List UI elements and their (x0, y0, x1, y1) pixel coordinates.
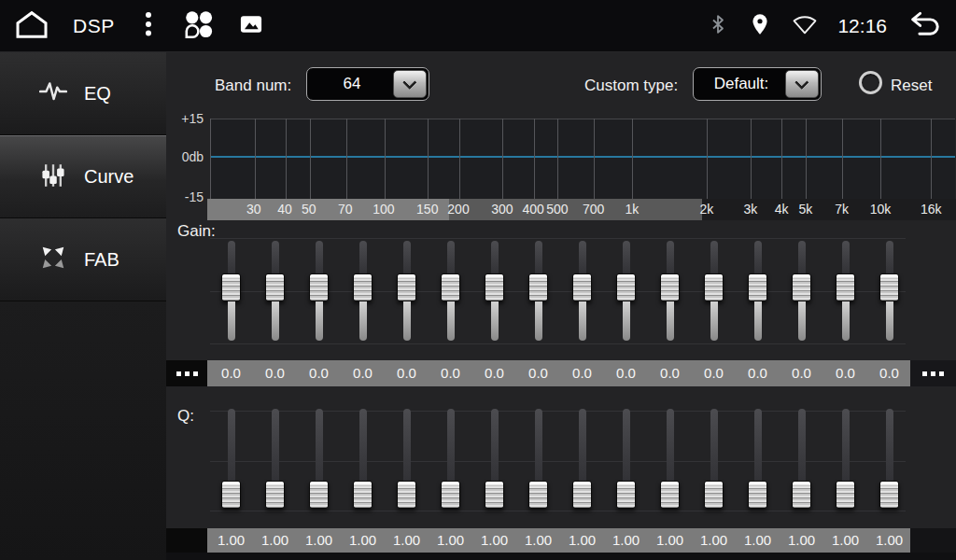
gain-slider-thumb[interactable] (485, 273, 504, 301)
gain-value-7: 0.0 (472, 360, 516, 386)
gain-slider-thumb[interactable] (397, 273, 416, 301)
q-slider-thumb[interactable] (397, 481, 416, 509)
sliders-icon (39, 161, 67, 193)
slider-track (535, 241, 542, 273)
slider-track (579, 241, 586, 273)
q-slider-16[interactable] (867, 409, 911, 509)
sidebar-item-eq[interactable]: EQ (0, 52, 166, 135)
q-slider-12[interactable] (692, 409, 736, 509)
q-slider-thumb[interactable] (528, 481, 548, 509)
slider-track (272, 301, 279, 341)
band-num-label: Band num: (215, 77, 291, 95)
gain-slider-thumb[interactable] (221, 273, 241, 301)
gain-slider-thumb[interactable] (792, 273, 811, 301)
gain-slider-10[interactable] (604, 241, 648, 341)
q-slider-thumb[interactable] (572, 481, 592, 509)
q-slider-10[interactable] (604, 409, 648, 509)
gain-slider-15[interactable] (823, 241, 867, 341)
gain-slider-7[interactable] (472, 241, 516, 341)
q-value-11: 1.00 (648, 528, 692, 553)
gain-value-1: 0.0 (209, 360, 253, 386)
gain-slider-5[interactable] (385, 241, 429, 341)
q-slider-1[interactable] (209, 409, 253, 509)
q-slider-thumb[interactable] (792, 481, 811, 509)
gain-slider-13[interactable] (736, 241, 780, 341)
q-slider-11[interactable] (648, 409, 692, 509)
sidebar-item-fab[interactable]: FAB (0, 218, 166, 301)
gain-slider-thumb[interactable] (836, 273, 855, 301)
freq-tick-label: 700 (583, 199, 604, 220)
gain-slider-thumb[interactable] (353, 273, 373, 301)
q-slider-thumb[interactable] (353, 481, 373, 509)
gain-slider-thumb[interactable] (309, 273, 329, 301)
q-slider-thumb[interactable] (660, 481, 680, 509)
q-slider-thumb[interactable] (879, 481, 899, 509)
q-slider-9[interactable] (560, 409, 604, 509)
q-slider-thumb[interactable] (265, 481, 285, 509)
gain-slider-thumb[interactable] (528, 273, 548, 301)
q-slider-4[interactable] (341, 409, 385, 509)
q-slider-7[interactable] (472, 409, 516, 509)
band-num-select[interactable]: 64 (306, 67, 429, 101)
gain-scroll-left-button[interactable] (166, 360, 207, 386)
eq-curve-plot[interactable] (210, 119, 955, 199)
gain-slider-3[interactable] (297, 241, 341, 341)
y-axis-label-minus15: -15 (166, 189, 204, 204)
gain-slider-9[interactable] (560, 241, 604, 341)
gain-slider-2[interactable] (253, 241, 297, 341)
q-slider-8[interactable] (516, 409, 560, 509)
q-slider-14[interactable] (780, 409, 823, 509)
gain-slider-thumb[interactable] (748, 273, 767, 301)
q-slider-thumb[interactable] (485, 481, 504, 509)
q-slider-thumb[interactable] (221, 481, 241, 509)
gallery-button[interactable] (238, 11, 264, 40)
reset-radio[interactable] (859, 71, 882, 94)
gain-slider-11[interactable] (648, 241, 692, 341)
back-button[interactable] (906, 9, 943, 42)
gain-slider-12[interactable] (692, 241, 736, 341)
gain-slider-14[interactable] (780, 241, 823, 341)
overflow-menu-button[interactable] (137, 10, 160, 41)
gain-slider-thumb[interactable] (704, 273, 724, 301)
gain-scroll-right-button[interactable] (910, 360, 956, 386)
q-slider-6[interactable] (429, 409, 472, 509)
freq-tick-label: 40 (277, 199, 292, 220)
q-slider-13[interactable] (736, 409, 780, 509)
apps-button[interactable] (182, 7, 216, 44)
q-slider-thumb[interactable] (616, 481, 636, 509)
q-slider-3[interactable] (297, 409, 341, 509)
gain-slider-thumb[interactable] (265, 273, 285, 301)
slider-track (623, 241, 630, 273)
slider-track (403, 301, 411, 341)
q-slider-thumb[interactable] (309, 481, 329, 509)
gain-slider-16[interactable] (867, 241, 911, 341)
gain-slider-thumb[interactable] (441, 273, 460, 301)
q-slider-thumb[interactable] (748, 481, 767, 509)
gridline (707, 119, 708, 199)
slider-track (272, 409, 279, 481)
q-value-1: 1.00 (209, 528, 253, 553)
gain-slider-1[interactable] (209, 241, 253, 341)
gain-slider-6[interactable] (429, 241, 472, 341)
gain-slider-thumb[interactable] (660, 273, 680, 301)
q-slider-15[interactable] (823, 409, 867, 509)
gain-slider-thumb[interactable] (879, 273, 899, 301)
gain-slider-thumb[interactable] (616, 273, 636, 301)
gain-slider-8[interactable] (516, 241, 560, 341)
q-slider-2[interactable] (253, 409, 297, 509)
three-dot-menu-icon (137, 10, 160, 41)
sidebar-item-curve[interactable]: Curve (0, 135, 166, 218)
y-axis-label-plus15: +15 (166, 111, 204, 126)
slider-track (535, 409, 542, 481)
q-slider-thumb[interactable] (836, 481, 855, 509)
home-button[interactable] (13, 9, 50, 42)
q-slider-5[interactable] (385, 409, 429, 509)
custom-type-select[interactable]: Default: (693, 67, 822, 101)
q-slider-thumb[interactable] (704, 481, 724, 509)
slider-track (886, 409, 893, 481)
gain-slider-thumb[interactable] (572, 273, 592, 301)
gain-value-15: 0.0 (823, 360, 867, 386)
q-slider-thumb[interactable] (441, 481, 460, 509)
gain-slider-4[interactable] (341, 241, 385, 341)
freq-tick-label: 3k (743, 199, 757, 220)
